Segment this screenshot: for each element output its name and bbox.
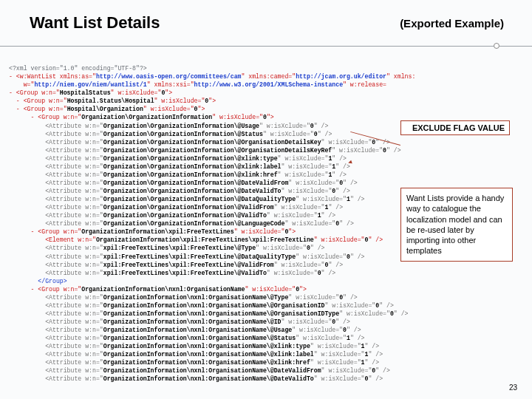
page-number: 23 [509, 383, 517, 392]
xml-line: - <Group w:n="OrganizationInformation\nx… [9, 286, 307, 293]
xml-line: <Attribute w:n="OrganizationInformation\… [9, 375, 383, 382]
xml-line: <Attribute w:n="OrganizationInformation\… [9, 335, 365, 341]
xml-line: <Attribute w:n="Organization\Organizatio… [9, 163, 350, 170]
xml-line: <Attribute w:n="OrganizationInformation\… [9, 359, 379, 366]
xml-line: - <Group w:n="HospitalStatus" w:isXclude… [9, 89, 172, 96]
xml-line: <Attribute w:n="OrganizationInformation\… [9, 318, 350, 325]
xml-line: <Attribute w:n="Organization\Organizatio… [9, 220, 354, 227]
callout-text: Want Lists provide a handy way to catalo… [406, 194, 504, 255]
xml-line: <Attribute w:n="Organization\Organizatio… [9, 171, 347, 178]
xml-line: <Attribute w:n="Organization\Organizatio… [9, 204, 343, 211]
xml-line: - <Group w:n="OrganizationInformation\xp… [9, 228, 296, 235]
slide-header: Want List Details (Exported Example) [0, 0, 532, 40]
xml-line: - <Group w:n="Organization\OrganizationI… [9, 114, 274, 120]
xml-line: <Attribute w:n="Organization\Organizatio… [9, 131, 332, 137]
xml-line: <Attribute w:n="xpil:FreeTextLines\xpil:… [9, 262, 343, 268]
callout-info-box: Want Lists provide a handy way to catalo… [400, 188, 513, 262]
xml-line: <Attribute w:n="Organization\Organizatio… [9, 139, 390, 146]
xml-line: <Attribute w:n="xpil:FreeTextLines\xpil:… [9, 270, 335, 276]
xml-line: - <Group w:n="Hospital\Organization" w:i… [9, 106, 205, 112]
xml-line: <Attribute w:n="Organization\Organizatio… [9, 147, 401, 154]
xml-line: <Attribute w:n="OrganizationInformation\… [9, 294, 358, 301]
xml-line: - <Group w:n="Hospital.Status\Hospital" … [9, 98, 216, 104]
xml-line: <Attribute w:n="Organization\Organizatio… [9, 180, 358, 186]
divider [0, 46, 532, 47]
xml-line: <Attribute w:n="Organization\Organizatio… [9, 196, 365, 202]
xml-line: <Attribute w:n="OrganizationInformation\… [9, 302, 394, 309]
xml-line: <Element w:n="OrganizationInformation\xp… [9, 236, 383, 243]
xml-line: <Attribute w:n="xpil:FreeTextLines\xpil:… [9, 245, 324, 251]
xml-line: <Attribute w:n="Organization\Organizatio… [9, 188, 350, 194]
xml-line: <Attribute w:n="OrganizationInformation\… [9, 327, 361, 333]
xml-line: w="http://niem.gov/niem/wantlist/1" xmln… [9, 81, 386, 88]
xml-line: <Attribute w:n="Organization\Organizatio… [9, 155, 347, 162]
xml-line: - <w:WantList xmlns:as="http://www.oasis… [9, 73, 415, 80]
xml-line: <Attribute w:n="Organization\Organizatio… [9, 123, 328, 129]
xml-line: <Attribute w:n="OrganizationInformation\… [9, 343, 379, 349]
page-title: Want List Details [30, 13, 160, 33]
callout-exclude-flag: EXCLUDE FLAG VALUE [400, 120, 510, 135]
xml-line: <Attribute w:n="OrganizationInformation\… [9, 310, 409, 317]
xml-line: <Attribute w:n="OrganizationInformation\… [9, 351, 383, 358]
xml-line: <Attribute w:n="Organization\Organizatio… [9, 212, 335, 219]
callout-text: EXCLUDE FLAG VALUE [412, 123, 505, 132]
divider-dot-icon [494, 43, 499, 49]
xml-line: <Attribute w:n="OrganizationInformation\… [9, 367, 390, 374]
xml-line: <Attribute w:n="xpil:FreeTextLines\xpil:… [9, 253, 365, 260]
page-subtitle: (Exported Example) [400, 17, 504, 30]
xml-line: </Group> [9, 278, 67, 284]
xml-declaration: <?xml version="1.0" encoding="UTF-8"?> [9, 65, 147, 72]
